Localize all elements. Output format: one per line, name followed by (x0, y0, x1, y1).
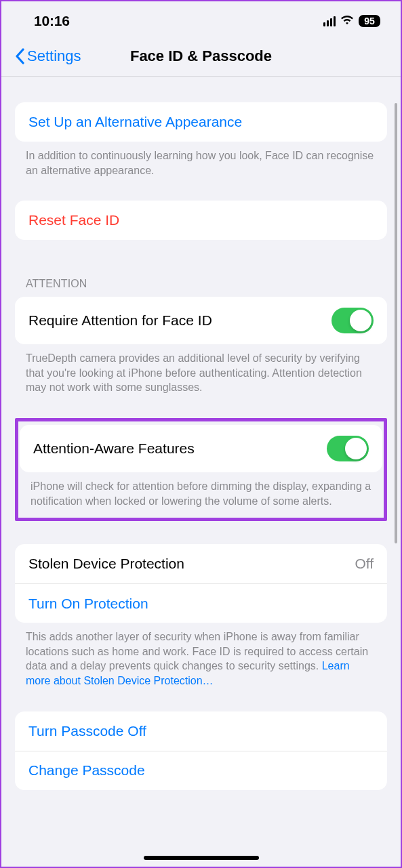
stolen-device-footer-text: This adds another layer of security when… (26, 631, 368, 671)
stolen-device-label: Stolen Device Protection (28, 556, 184, 572)
scrollbar[interactable] (395, 103, 397, 543)
attention-aware-footer: iPhone will check for attention before d… (18, 472, 384, 508)
stolen-device-protection-row[interactable]: Stolen Device Protection Off (15, 544, 387, 583)
back-label: Settings (27, 47, 81, 65)
status-icons: 95 (323, 14, 381, 28)
highlight-attention-aware: Attention-Aware Features iPhone will che… (15, 418, 387, 521)
setup-alternative-footer: In addition to continuously learning how… (1, 142, 401, 178)
cellular-signal-icon (323, 16, 336, 26)
attention-aware-label: Attention-Aware Features (33, 440, 195, 457)
change-passcode-row[interactable]: Change Passcode (15, 751, 387, 790)
turn-passcode-off-label: Turn Passcode Off (28, 723, 146, 739)
require-attention-row[interactable]: Require Attention for Face ID (15, 297, 387, 344)
reset-face-id-row[interactable]: Reset Face ID (15, 201, 387, 240)
home-indicator[interactable] (144, 856, 259, 860)
setup-alternative-appearance-row[interactable]: Set Up an Alternative Appearance (15, 102, 387, 142)
require-attention-toggle[interactable] (331, 308, 374, 333)
status-bar: 10:16 95 (1, 1, 401, 38)
require-attention-footer: TrueDepth camera provides an additional … (1, 344, 401, 395)
attention-aware-row[interactable]: Attention-Aware Features (20, 425, 382, 472)
reset-face-id-label: Reset Face ID (28, 212, 119, 228)
settings-content: Set Up an Alternative Appearance In addi… (1, 102, 401, 817)
stolen-device-footer: This adds another layer of security when… (1, 623, 401, 688)
turn-passcode-off-row[interactable]: Turn Passcode Off (15, 711, 387, 751)
status-time: 10:16 (34, 13, 70, 29)
back-button[interactable]: Settings (15, 47, 81, 65)
change-passcode-label: Change Passcode (28, 762, 145, 779)
attention-section-header: ATTENTION (1, 278, 401, 297)
require-attention-label: Require Attention for Face ID (28, 312, 212, 329)
navigation-header: Settings Face ID & Passcode (1, 38, 401, 77)
wifi-icon (340, 14, 354, 28)
battery-level-badge: 95 (359, 15, 380, 27)
turn-on-protection-label: Turn On Protection (28, 596, 148, 612)
page-title: Face ID & Passcode (130, 47, 272, 65)
chevron-left-icon (15, 48, 24, 64)
turn-on-protection-row[interactable]: Turn On Protection (15, 583, 387, 623)
attention-aware-toggle[interactable] (327, 436, 369, 461)
setup-alternative-label: Set Up an Alternative Appearance (28, 114, 242, 130)
stolen-device-value: Off (355, 556, 374, 572)
